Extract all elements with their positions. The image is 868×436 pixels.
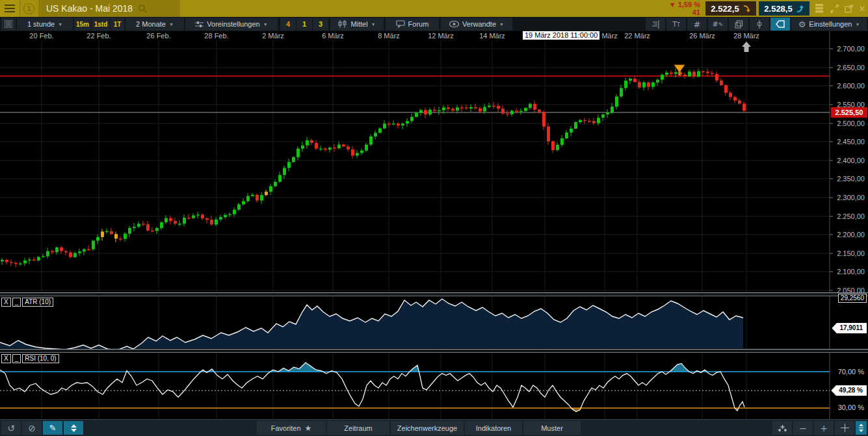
price-label: 2.050,00	[837, 287, 865, 292]
tab-zeichenwerkzeuge[interactable]: Zeichenwerkzeuge	[391, 421, 464, 435]
duplicate-windows-icon[interactable]	[729, 18, 748, 31]
forum-button[interactable]: Forum	[386, 18, 439, 31]
price-up-arrow-icon	[796, 5, 804, 13]
rsi-lower-level-label: 30,00 %	[838, 404, 864, 411]
presets-dropdown[interactable]: Voreinstellungen▼	[185, 18, 278, 31]
star-icon: ★	[305, 424, 312, 433]
tab-indikatoren[interactable]: Indikatoren	[465, 421, 522, 435]
atr-minimize-button[interactable]: _	[12, 298, 21, 307]
cursor-tool-button-selected[interactable]	[770, 18, 790, 31]
instrument-title: US Kakao - Mai 2018	[46, 3, 133, 14]
price-label: 2.150,00	[837, 250, 865, 257]
price-label: 2.450,00	[837, 138, 865, 146]
date-label: 28 Feb.	[204, 32, 228, 40]
date-label: 26 Feb.	[146, 32, 170, 40]
pin-marker-icon[interactable]	[750, 18, 769, 31]
speech-bubble-icon	[396, 20, 405, 28]
scale-align-icon[interactable]	[646, 18, 665, 31]
instrument-title-bar[interactable]: US Kakao - Mai 2018	[38, 0, 180, 17]
date-label: 2 März	[262, 32, 284, 40]
menu-button[interactable]	[0, 0, 20, 17]
price-label: 2.700,00	[837, 45, 865, 53]
popout-icon[interactable]	[842, 0, 855, 17]
bid-price: 2.522,5	[711, 4, 739, 14]
vertical-fit-button[interactable]	[856, 421, 867, 435]
candlestick-icon	[338, 20, 347, 28]
price-label: 2.300,00	[837, 194, 865, 201]
count-button-3[interactable]: 3	[313, 18, 328, 31]
atr-legend: X _ ATR (10)	[1, 298, 53, 307]
change-percent: ▼ 1,59 % 41	[642, 1, 700, 16]
close-icon[interactable]: ✕	[856, 0, 868, 17]
tab-favoriten[interactable]: Favoriten★	[257, 421, 326, 435]
layout-rows-icon[interactable]	[813, 0, 825, 17]
rsi-line[interactable]	[0, 363, 744, 412]
price-label: 2.500,00	[837, 120, 865, 127]
search-icon[interactable]	[138, 4, 147, 13]
buy-price-button[interactable]: 2.528,5	[759, 1, 809, 16]
expand-icon[interactable]	[828, 0, 841, 17]
atr-title: ATR (10)	[22, 298, 53, 307]
rsi-indicator-panel[interactable]	[0, 353, 868, 419]
quick-tf-15m[interactable]: 15m	[74, 18, 91, 31]
price-label: 2.200,00	[837, 231, 865, 238]
grid-edit-icon[interactable]: #✎	[708, 18, 728, 31]
change-sub-value: 41	[692, 8, 700, 16]
crosshair-button[interactable]	[835, 421, 854, 435]
price-label: 2.250,00	[837, 212, 865, 220]
count-button-4[interactable]: 4	[280, 18, 296, 31]
bottom-toolbar: ↺ ⊘ ✎ Favoriten★ Zeitraum Zeichenwerkzeu…	[0, 419, 868, 436]
rsi-upper-level-label: 70,00 %	[838, 368, 864, 376]
text-size-icon[interactable]: TT	[666, 18, 686, 31]
tab-zeitraum[interactable]: Zeitraum	[327, 421, 389, 435]
date-label: 6 März	[322, 32, 344, 40]
rsi-close-button[interactable]: X	[1, 354, 11, 363]
grid-icon[interactable]: #	[687, 18, 707, 31]
rsi-minimize-button[interactable]: _	[12, 354, 21, 363]
quick-tf-1std[interactable]: 1std	[92, 18, 110, 31]
rsi-value-badge: 49,28 %	[831, 385, 867, 396]
draw-pencil-button[interactable]: ✎	[43, 421, 62, 435]
price-label: 2.400,00	[837, 157, 865, 164]
related-dropdown[interactable]: Verwandte▼	[441, 18, 512, 31]
timeframe-dropdown[interactable]: 1 stunde▼	[17, 18, 73, 31]
atr-max-value: 29,2560	[838, 294, 867, 303]
change-arrow-icon: ▼	[669, 1, 676, 8]
candlestick-series[interactable]	[1, 68, 746, 267]
sort-arrows-button[interactable]	[64, 421, 83, 435]
atr-close-button[interactable]: X	[1, 298, 11, 307]
quick-tf-1t[interactable]: 1T	[111, 18, 124, 31]
sliders-icon	[195, 21, 204, 28]
trading-platform-window: 1 US Kakao - Mai 2018 ▼ 1,59 % 41 2.522,…	[0, 0, 868, 436]
ask-price: 2.528,5	[764, 4, 792, 14]
fit-content-button[interactable]	[772, 421, 792, 435]
date-label: 14 März	[479, 32, 505, 40]
disable-tool-button[interactable]: ⊘	[22, 421, 42, 435]
date-label: 26 März	[689, 32, 715, 40]
info-icon[interactable]: 1	[20, 0, 38, 17]
atr-area-fill	[0, 299, 743, 349]
date-label: 20 Feb.	[29, 32, 53, 40]
zoom-in-button[interactable]: +	[814, 421, 834, 435]
zoom-out-button[interactable]: −	[793, 421, 813, 435]
count-button-1[interactable]: 1	[296, 18, 312, 31]
tab-muster[interactable]: Muster	[523, 421, 581, 435]
chart-toolbar: 1 stunde▼ 15m 1std 1T 2 Monate▼ Voreinst…	[0, 17, 868, 31]
crosshair-date-tooltip: 19 März 2018 11:00:00	[523, 31, 599, 40]
current-price-badge: 2.525,50	[831, 107, 867, 118]
atr-indicator-panel[interactable]	[0, 296, 868, 349]
date-label: 28 März	[733, 32, 759, 40]
chart-style-dropdown[interactable]: Mittel▼	[330, 18, 384, 31]
rsi-title: RSI (10, 0)	[22, 354, 59, 363]
reset-view-button[interactable]: ↺	[1, 421, 21, 435]
rsi-overbought-fill	[670, 363, 689, 372]
date-label: 22 März	[624, 32, 650, 40]
price-chart[interactable]: 20 Feb.22 Feb.26 Feb.28 Feb.2 März6 März…	[0, 31, 868, 292]
chart-list-icon[interactable]	[1, 18, 16, 31]
range-dropdown[interactable]: 2 Monate▼	[125, 18, 184, 31]
price-label: 2.600,00	[837, 82, 865, 90]
sell-price-button[interactable]: 2.522,5	[705, 1, 756, 16]
date-label: 12 März	[428, 32, 454, 40]
settings-dropdown[interactable]: ⚙ Einstellungen▼	[791, 18, 867, 31]
scroll-to-latest-arrow[interactable]	[742, 42, 751, 52]
